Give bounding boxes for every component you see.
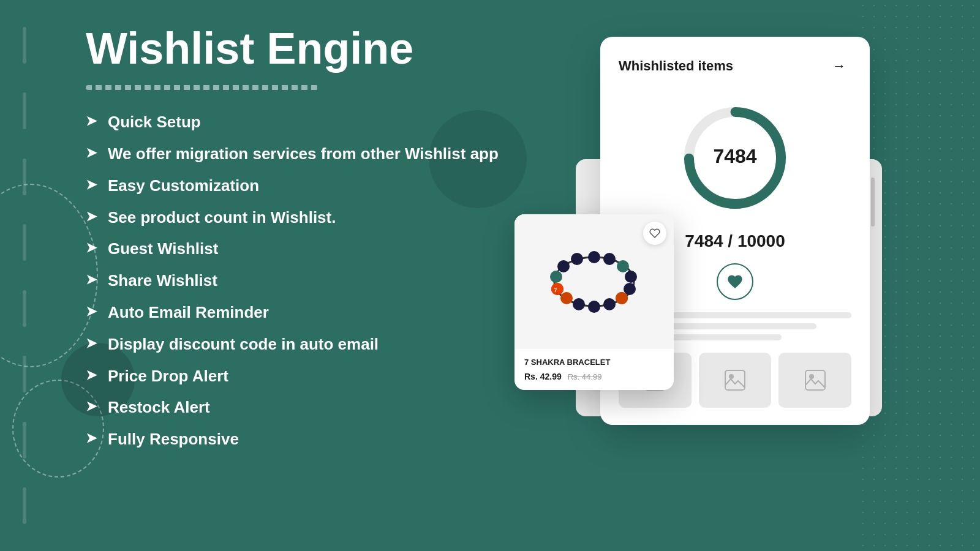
card-arrow-button[interactable]: →	[827, 54, 851, 78]
bracelet-product-image: 7	[539, 236, 649, 328]
feature-text-customization: Easy Customization	[108, 176, 259, 197]
svg-point-16	[588, 301, 600, 313]
product-info: 7 SHAKRA BRACELET Rs. 42.99 Rs. 44.99	[514, 349, 674, 390]
feature-text-price-drop: Price Drop Alert	[108, 366, 228, 387]
svg-point-20	[550, 271, 562, 283]
list-item: ➤ Price Drop Alert	[86, 366, 514, 387]
card-title: Whishlisted items	[619, 58, 733, 74]
list-arrow-icon: ➤	[86, 399, 97, 414]
list-arrow-icon: ➤	[86, 367, 97, 383]
scroll-indicator	[871, 178, 875, 227]
product-detail-card: 7 7 SHAKRA BRACELET Rs. 42.99 Rs. 44.99	[514, 214, 674, 390]
page-title: Wishlist Engine	[86, 24, 514, 73]
product-image-placeholder	[699, 353, 772, 408]
svg-point-24	[551, 283, 564, 295]
svg-point-7	[809, 374, 814, 379]
list-item: ➤ Quick Setup	[86, 112, 514, 133]
list-item: ➤ See product count in Wishlist.	[86, 208, 514, 228]
list-item: ➤ Share Wishlist	[86, 271, 514, 291]
svg-rect-4	[725, 370, 745, 390]
svg-rect-6	[805, 370, 825, 390]
list-item: ➤ Easy Customization	[86, 176, 514, 197]
card-header: Whishlisted items →	[619, 54, 851, 78]
svg-point-17	[573, 298, 585, 310]
left-content-area: Wishlist Engine ➤ Quick Setup ➤ We offer…	[86, 24, 514, 450]
current-price: Rs. 42.99	[524, 372, 562, 381]
feature-text-product-count: See product count in Wishlist.	[108, 208, 336, 228]
product-image-placeholder	[778, 353, 851, 408]
feature-list: ➤ Quick Setup ➤ We offer migration servi…	[86, 112, 514, 450]
heart-filled-icon	[726, 273, 744, 290]
svg-point-15	[603, 298, 616, 310]
list-arrow-icon: ➤	[86, 430, 97, 446]
svg-point-9	[588, 251, 600, 263]
svg-point-21	[557, 260, 570, 272]
list-arrow-icon: ➤	[86, 240, 97, 256]
list-item: ➤ Auto Email Reminder	[86, 302, 514, 323]
feature-text-quick-setup: Quick Setup	[108, 112, 201, 133]
list-arrow-icon: ➤	[86, 335, 97, 351]
svg-point-23	[616, 292, 628, 304]
feature-text-restock: Restock Alert	[108, 397, 210, 418]
image-placeholder-icon	[804, 369, 826, 391]
svg-point-5	[729, 374, 734, 379]
dashed-circle-large	[0, 184, 98, 367]
donut-chart: 7484	[674, 97, 796, 219]
svg-point-22	[571, 253, 583, 265]
list-item: ➤ We offer migration services from other…	[86, 144, 514, 165]
list-item: ➤ Fully Responsive	[86, 429, 514, 450]
feature-text-guest-wishlist: Guest Wishlist	[108, 239, 218, 260]
donut-count-label: 7484	[713, 145, 756, 167]
svg-text:7: 7	[554, 287, 557, 293]
list-item: ➤ Guest Wishlist	[86, 239, 514, 260]
heart-circle-button[interactable]	[717, 263, 753, 300]
donut-chart-container: 7484	[619, 97, 851, 219]
list-arrow-icon: ➤	[86, 113, 97, 129]
feature-text-discount-code: Display discount code in auto email	[108, 334, 379, 355]
svg-point-10	[603, 253, 616, 265]
list-arrow-icon: ➤	[86, 304, 97, 320]
heart-outline-icon	[649, 228, 660, 239]
right-mockup-area: Whishlisted items → 7484 7484 / 10000	[551, 37, 870, 514]
list-item: ➤ Display discount code in auto email	[86, 334, 514, 355]
list-arrow-icon: ➤	[86, 145, 97, 161]
feature-text-auto-email: Auto Email Reminder	[108, 302, 269, 323]
list-item: ➤ Restock Alert	[86, 397, 514, 418]
original-price: Rs. 44.99	[568, 372, 602, 381]
price-row: Rs. 42.99 Rs. 44.99	[524, 372, 664, 381]
feature-text-responsive: Fully Responsive	[108, 429, 239, 450]
feature-text-share-wishlist: Share Wishlist	[108, 271, 217, 291]
product-image-area: 7	[514, 214, 674, 349]
title-divider	[86, 85, 318, 90]
image-placeholder-icon	[724, 369, 746, 391]
feature-text-migration: We offer migration services from other W…	[108, 144, 499, 165]
svg-point-12	[625, 271, 637, 283]
list-arrow-icon: ➤	[86, 209, 97, 225]
list-arrow-icon: ➤	[86, 177, 97, 193]
product-name: 7 SHAKRA BRACELET	[524, 358, 664, 367]
svg-point-11	[617, 260, 629, 272]
list-arrow-icon: ➤	[86, 272, 97, 288]
add-to-wishlist-button[interactable]	[643, 222, 666, 245]
svg-point-18	[560, 292, 573, 304]
